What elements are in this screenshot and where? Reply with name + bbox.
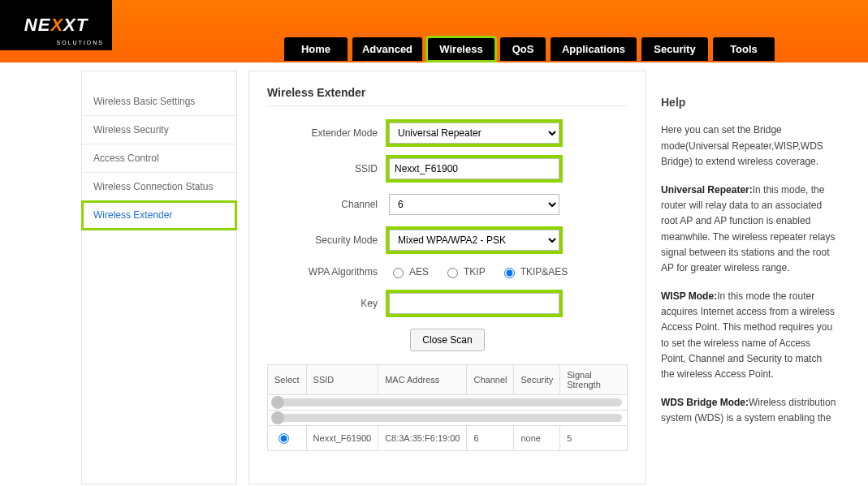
main-nav: Home Advanced Wireless QoS Applications … [284, 37, 775, 61]
horizontal-scrollbar[interactable] [273, 414, 622, 422]
cell-channel: 6 [467, 426, 514, 451]
label-extender-mode: Extender Mode [267, 127, 389, 139]
sidebar-item-basic[interactable]: Wireless Basic Settings [82, 88, 236, 116]
radio-tkip[interactable] [447, 268, 458, 278]
help-wds: WDS Bridge Mode:Wireless distribution sy… [661, 395, 836, 426]
th-select: Select [268, 365, 307, 395]
scan-table: Select SSID MAC Address Channel Security… [267, 364, 628, 451]
cell-mac: C8:3A:35:F6:19:00 [378, 426, 467, 451]
radio-tkip-label: TKIP [464, 266, 486, 277]
ssid-input[interactable] [389, 158, 559, 179]
radio-aes[interactable] [393, 268, 404, 278]
th-channel: Channel [467, 365, 514, 395]
divider [267, 105, 628, 106]
th-signal: Signal Strength [560, 365, 628, 395]
label-channel: Channel [267, 199, 389, 210]
nav-tools[interactable]: Tools [713, 37, 775, 61]
nav-security[interactable]: Security [641, 37, 708, 61]
sidebar-item-security[interactable]: Wireless Security [82, 116, 236, 144]
nav-qos[interactable]: QoS [500, 37, 546, 61]
sidebar-item-access[interactable]: Access Control [82, 144, 236, 173]
extender-mode-select[interactable]: Universal Repeater [389, 123, 559, 144]
cell-security: none [514, 426, 560, 451]
header-bar: NEXXT SOLUTIONS Home Advanced Wireless Q… [0, 0, 868, 62]
page-title: Wireless Extender [267, 86, 628, 99]
label-key: Key [267, 298, 389, 309]
table-row: Nexxt_F61900 C8:3A:35:F6:19:00 6 none 5 [268, 426, 628, 451]
cell-signal: 5 [560, 426, 628, 451]
sidebar-item-conn-status[interactable]: Wireless Connection Status [82, 173, 236, 201]
nav-home[interactable]: Home [284, 37, 348, 61]
help-intro: Here you can set the Bridge mode(Univers… [661, 123, 836, 170]
radio-tkipaes-label: TKIP&AES [520, 266, 568, 277]
label-security-mode: Security Mode [267, 234, 389, 246]
th-ssid: SSID [306, 365, 378, 395]
security-mode-select[interactable]: Mixed WPA/WPA2 - PSK [389, 230, 559, 251]
label-ssid: SSID [267, 163, 389, 174]
th-security: Security [514, 365, 560, 395]
row-select-radio[interactable] [279, 433, 289, 444]
sidebar: Wireless Basic Settings Wireless Securit… [81, 71, 237, 484]
help-panel: Help Here you can set the Bridge mode(Un… [658, 71, 841, 484]
radio-tkipaes[interactable] [504, 268, 515, 278]
label-wpa-algorithms: WPA Algorithms [267, 266, 389, 277]
help-wisp: WISP Mode:In this mode the router acquir… [661, 289, 836, 382]
channel-select[interactable]: 6 [389, 194, 559, 215]
table-header-row: Select SSID MAC Address Channel Security… [268, 365, 628, 395]
cell-ssid: Nexxt_F61900 [306, 426, 378, 451]
nav-advanced[interactable]: Advanced [352, 37, 422, 61]
key-input[interactable] [389, 293, 559, 314]
radio-aes-label: AES [409, 266, 429, 277]
help-title: Help [661, 93, 836, 111]
nav-wireless[interactable]: Wireless [427, 37, 495, 61]
help-ur: Universal Repeater:In this mode, the rou… [661, 183, 836, 276]
table-scroll-row [268, 411, 628, 426]
horizontal-scrollbar[interactable] [273, 398, 622, 406]
brand-logo: NEXXT SOLUTIONS [0, 0, 112, 50]
close-scan-button[interactable]: Close Scan [410, 329, 484, 351]
nav-applications[interactable]: Applications [551, 37, 637, 61]
table-scroll-row [268, 395, 628, 411]
th-mac: MAC Address [378, 365, 467, 395]
sidebar-item-extender[interactable]: Wireless Extender [82, 201, 236, 230]
main-panel: Wireless Extender Extender Mode Universa… [248, 71, 646, 484]
wpa-algorithms-group: AES TKIP TKIP&AES [389, 265, 628, 278]
